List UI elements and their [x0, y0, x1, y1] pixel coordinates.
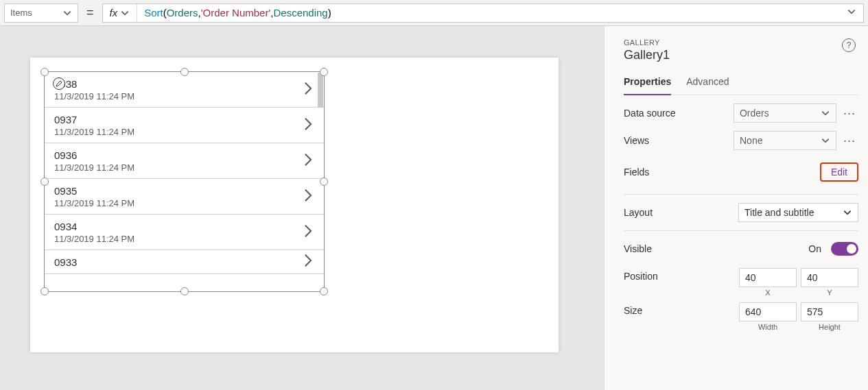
- screen-canvas[interactable]: 093811/3/2019 11:24 PM093711/3/2019 11:2…: [30, 58, 559, 352]
- token-string: 'Order Number': [201, 7, 271, 19]
- resize-handle[interactable]: [320, 68, 328, 76]
- resize-handle[interactable]: [40, 178, 49, 186]
- item-title: 0935: [54, 185, 314, 197]
- scrollbar-thumb[interactable]: [318, 73, 323, 107]
- position-x-input[interactable]: [739, 268, 797, 287]
- canvas-area: 093811/3/2019 11:24 PM093711/3/2019 11:2…: [0, 26, 604, 390]
- datasource-dropdown[interactable]: Orders: [734, 103, 836, 123]
- list-item[interactable]: 093711/3/2019 11:24 PM: [45, 108, 324, 143]
- views-label: Views: [624, 135, 649, 146]
- more-icon[interactable]: ···: [841, 134, 858, 148]
- item-subtitle: 11/3/2019 11:24 PM: [54, 127, 314, 137]
- list-item[interactable]: 093511/3/2019 11:24 PM: [45, 179, 324, 215]
- resize-handle[interactable]: [40, 68, 49, 76]
- item-subtitle: 11/3/2019 11:24 PM: [54, 162, 314, 173]
- resize-handle[interactable]: [180, 287, 189, 295]
- chevron-right-icon[interactable]: [302, 188, 314, 206]
- chevron-right-icon[interactable]: [302, 253, 314, 271]
- gallery-items: 093811/3/2019 11:24 PM093711/3/2019 11:2…: [45, 72, 324, 291]
- token-function: Sort: [144, 7, 163, 19]
- layout-dropdown[interactable]: Title and subtitle: [738, 203, 858, 222]
- more-icon[interactable]: ···: [841, 106, 858, 121]
- list-item[interactable]: 093811/3/2019 11:24 PM: [45, 72, 324, 108]
- chevron-down-icon: [120, 8, 130, 18]
- chevron-right-icon[interactable]: [302, 152, 314, 170]
- property-dropdown[interactable]: Items: [4, 3, 78, 23]
- size-label: Size: [624, 302, 642, 316]
- formula-bar: Items = fx Sort( Orders, 'Order Number',…: [0, 0, 868, 26]
- item-title: 0937: [54, 114, 314, 125]
- chevron-right-icon[interactable]: [302, 117, 314, 134]
- item-subtitle: 11/3/2019 11:24 PM: [54, 198, 314, 208]
- chevron-down-icon: [821, 108, 830, 118]
- token-identifier: Descending: [273, 7, 327, 19]
- formula-input[interactable]: Sort( Orders, 'Order Number', Descending…: [137, 7, 840, 19]
- item-title: 0933: [54, 256, 314, 268]
- views-dropdown[interactable]: None: [734, 131, 836, 150]
- token-identifier: Orders: [167, 7, 198, 19]
- formula-expand-button[interactable]: [840, 7, 863, 19]
- equals-sign: =: [84, 5, 97, 20]
- control-name[interactable]: Gallery1: [624, 48, 858, 62]
- list-item[interactable]: 093611/3/2019 11:24 PM: [45, 143, 324, 179]
- gallery-control[interactable]: 093811/3/2019 11:24 PM093711/3/2019 11:2…: [44, 71, 325, 292]
- fx-button[interactable]: fx: [103, 4, 138, 22]
- tab-advanced[interactable]: Advanced: [686, 72, 729, 95]
- size-width-input[interactable]: [739, 302, 797, 321]
- resize-handle[interactable]: [40, 287, 49, 295]
- chevron-down-icon: [821, 136, 830, 145]
- item-subtitle: 11/3/2019 11:24 PM: [54, 234, 314, 244]
- item-subtitle: 11/3/2019 11:24 PM: [54, 91, 314, 101]
- chevron-down-icon: [843, 208, 852, 217]
- control-type-label: GALLERY: [624, 38, 858, 47]
- chevron-right-icon[interactable]: [302, 81, 314, 99]
- help-icon[interactable]: ?: [842, 38, 856, 52]
- formula-box: fx Sort( Orders, 'Order Number', Descend…: [102, 3, 864, 23]
- resize-handle[interactable]: [180, 68, 189, 76]
- fields-label: Fields: [624, 167, 649, 178]
- list-item[interactable]: 0933: [45, 250, 324, 274]
- visible-label: Visible: [624, 243, 652, 254]
- item-title: 0934: [54, 221, 314, 232]
- item-title: 0938: [54, 78, 314, 90]
- position-y-input[interactable]: [801, 268, 858, 287]
- layout-label: Layout: [624, 207, 653, 218]
- edit-fields-button[interactable]: Edit: [820, 162, 858, 182]
- item-title: 0936: [54, 149, 314, 161]
- list-item[interactable]: 093411/3/2019 11:24 PM: [45, 215, 324, 250]
- datasource-label: Data source: [624, 108, 675, 119]
- visible-toggle[interactable]: [831, 242, 858, 256]
- panel-tabs: Properties Advanced: [624, 72, 858, 95]
- chevron-down-icon: [847, 7, 856, 16]
- pencil-icon[interactable]: [53, 77, 65, 90]
- position-label: Position: [624, 268, 658, 282]
- visible-state: On: [808, 243, 821, 254]
- chevron-down-icon: [62, 8, 72, 18]
- resize-handle[interactable]: [320, 287, 328, 295]
- resize-handle[interactable]: [320, 178, 328, 186]
- tab-properties[interactable]: Properties: [624, 72, 671, 95]
- property-name: Items: [10, 8, 32, 18]
- size-height-input[interactable]: [801, 302, 858, 321]
- chevron-right-icon[interactable]: [302, 223, 314, 241]
- properties-panel: GALLERY Gallery1 ? Properties Advanced D…: [604, 26, 868, 390]
- fx-label: fx: [110, 7, 118, 19]
